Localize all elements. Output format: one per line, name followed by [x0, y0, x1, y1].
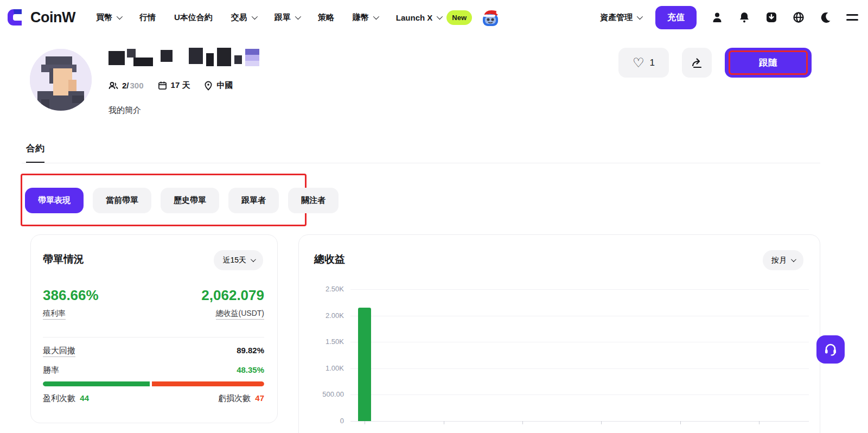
- account-icon[interactable]: [711, 11, 724, 24]
- brand-name: CoinW: [30, 9, 75, 26]
- winrate-row: 勝率 48.35%: [43, 365, 264, 375]
- region-stat: 中國: [204, 80, 233, 91]
- coinw-logo[interactable]: CoinW: [7, 8, 75, 27]
- trader-bio: 我的簡介: [108, 105, 141, 116]
- nav-item-launch-x[interactable]: Launch X New: [396, 10, 472, 25]
- x-axis-tick: [759, 421, 760, 424]
- pill-history-orders[interactable]: 歷史帶單: [161, 188, 219, 213]
- losses-group: 虧損次數 47: [218, 393, 264, 404]
- chevron-down-icon: [637, 14, 643, 20]
- chevron-down-icon: [791, 257, 796, 262]
- trader-stats-row: 2/300 17 天 中國: [108, 80, 233, 91]
- y-axis-tick-label: 2.50K: [305, 285, 344, 293]
- nav-item-buy-crypto[interactable]: 買幣: [96, 12, 121, 23]
- roi-label: 殖利率: [43, 309, 66, 320]
- winrate-value: 48.35%: [237, 365, 264, 375]
- share-button[interactable]: [682, 48, 712, 78]
- calendar-icon: [158, 81, 167, 90]
- chevron-down-icon: [252, 14, 258, 20]
- nav-item-copy-trading[interactable]: 跟單: [275, 12, 299, 23]
- dark-mode-moon-icon[interactable]: [819, 11, 832, 24]
- pill-performance[interactable]: 帶單表現: [25, 188, 84, 213]
- robot-santa-icon: [480, 7, 501, 28]
- follow-button[interactable]: 跟隨: [725, 48, 812, 78]
- chart-gridline: [350, 342, 809, 342]
- share-icon: [691, 57, 703, 69]
- like-button[interactable]: ♡ 1: [618, 48, 669, 78]
- performance-card-title: 帶單情況: [43, 252, 84, 266]
- region-value: 中國: [216, 80, 233, 91]
- customer-support-button[interactable]: [816, 335, 845, 364]
- performance-card: 帶單情況 近15天 386.66% 殖利率 2,062.079 總收益(USDT…: [30, 234, 278, 423]
- coinw-logo-icon: [7, 8, 26, 27]
- chart-gridline: [350, 368, 809, 369]
- tab-divider-line: [22, 163, 820, 163]
- wins-group: 盈利次數 44: [43, 393, 89, 404]
- chevron-down-icon: [251, 257, 256, 262]
- profile-actions: ♡ 1 跟隨: [618, 48, 812, 78]
- x-axis-tick: [365, 421, 365, 424]
- x-axis-tick: [680, 421, 681, 424]
- roi-value: 386.66%: [43, 287, 99, 304]
- loss-bar-segment: [152, 381, 264, 386]
- pill-current-orders[interactable]: 當前帶單: [93, 188, 151, 213]
- nav-item-strategy[interactable]: 策略: [318, 12, 334, 23]
- hamburger-menu-icon[interactable]: [846, 14, 858, 21]
- like-count: 1: [650, 58, 655, 68]
- x-axis-tick: [444, 421, 444, 424]
- profit-bar-chart: 2.50K2.00K1.50K1.00K500.000: [350, 289, 809, 421]
- chart-period-dropdown[interactable]: 按月: [763, 250, 803, 270]
- y-axis-tick-label: 0: [305, 417, 344, 425]
- deposit-button[interactable]: 充值: [655, 6, 697, 29]
- chart-gridline: [350, 316, 809, 316]
- max-drawdown-label: 最大回撤: [43, 346, 75, 357]
- total-profit-card: 總收益 按月 2.50K2.00K1.50K1.00K500.000: [298, 234, 820, 433]
- chart-gridline: [350, 394, 809, 395]
- tab-contract[interactable]: 合約: [26, 142, 44, 162]
- y-axis-tick-label: 1.50K: [305, 338, 344, 346]
- mascot-robot-icon[interactable]: [480, 7, 501, 28]
- headset-icon: [823, 342, 838, 357]
- days-value: 17 天: [171, 80, 190, 91]
- chevron-down-icon: [295, 14, 301, 20]
- app-download-icon[interactable]: [765, 11, 778, 24]
- win-loss-ratio-bar: [43, 381, 264, 386]
- notifications-bell-icon[interactable]: [738, 11, 751, 24]
- total-profit-label: 總收益(USDT): [216, 309, 264, 320]
- max-drawdown-row: 最大回撤 89.82%: [43, 346, 264, 357]
- nav-item-asset-management[interactable]: 資產管理: [600, 12, 641, 23]
- total-profit-value: 2,062.079: [201, 287, 264, 304]
- top-navbar: CoinW 買幣 行情 U本位合約 交易 跟單 策略 賺幣 Launch X N…: [0, 0, 868, 35]
- section-tabbar: 合約: [26, 142, 44, 162]
- performance-period-dropdown[interactable]: 近15天: [214, 250, 263, 270]
- y-axis-tick-label: 2.00K: [305, 311, 344, 320]
- y-axis-tick-label: 500.00: [305, 390, 344, 398]
- chart-gridline: [350, 289, 809, 290]
- pill-copiers[interactable]: 跟單者: [228, 188, 279, 213]
- location-pin-icon: [204, 81, 213, 91]
- censored-username: [108, 48, 244, 68]
- heart-icon: ♡: [633, 56, 644, 69]
- pill-followers[interactable]: 關注者: [288, 188, 339, 213]
- nav-menu: 買幣 行情 U本位合約 交易 跟單 策略 賺幣 Launch X New: [96, 10, 472, 25]
- x-axis-tick: [601, 421, 602, 424]
- nav-item-usdt-futures[interactable]: U本位合約: [174, 12, 213, 23]
- nav-item-markets[interactable]: 行情: [139, 12, 156, 23]
- days-stat: 17 天: [158, 80, 190, 91]
- copiers-max: 300: [130, 81, 144, 90]
- losses-label: 虧損次數: [218, 393, 251, 403]
- card-divider: [43, 337, 264, 338]
- winrate-label: 勝率: [43, 365, 59, 375]
- nav-item-trade[interactable]: 交易: [231, 12, 256, 23]
- pixel-avatar-image: [30, 49, 92, 111]
- profit-bar[interactable]: [358, 308, 371, 421]
- chevron-down-icon: [437, 14, 443, 20]
- subtab-pill-row: 帶單表現 當前帶單 歷史帶單 跟單者 關注者: [25, 188, 339, 213]
- copiers-stat: 2/300: [108, 81, 144, 91]
- language-globe-icon[interactable]: [792, 11, 805, 24]
- chevron-down-icon: [373, 14, 379, 20]
- wins-value: 44: [80, 393, 89, 403]
- losses-value: 47: [255, 393, 264, 403]
- trader-avatar: [30, 49, 92, 111]
- nav-item-earn[interactable]: 賺幣: [353, 12, 378, 23]
